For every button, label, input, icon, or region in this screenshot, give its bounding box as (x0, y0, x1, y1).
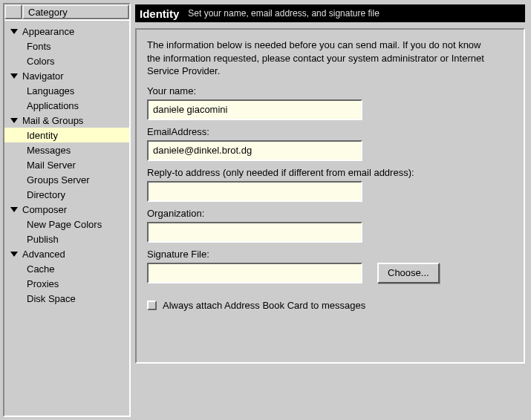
category-header-spacer (4, 4, 22, 19)
signature-file-row: Choose... (147, 263, 513, 283)
svg-marker-3 (10, 207, 18, 212)
attach-card-checkbox[interactable] (147, 301, 157, 310)
tree-group-label: Navigator (19, 70, 64, 82)
expand-triangle-icon (9, 117, 19, 124)
category-tree: Appearance Fonts Colors Navigator Langua… (4, 21, 129, 416)
panel-title-bar: Identity Set your name, email address, a… (135, 4, 525, 22)
choose-button[interactable]: Choose... (377, 263, 440, 283)
tree-item-fonts[interactable]: Fonts (4, 39, 129, 53)
reply-to-input[interactable] (147, 181, 362, 202)
tree-group-label: Advanced (19, 249, 65, 260)
category-sidebar: Category Appearance Fonts Colors Navigat… (3, 3, 131, 417)
tree-item-applications[interactable]: Applications (4, 98, 129, 113)
tree-group-mail-groups[interactable]: Mail & Groups (4, 113, 129, 128)
tree-item-proxies[interactable]: Proxies (4, 276, 129, 291)
email-label: EmailAddress: (147, 126, 513, 137)
signature-file-label: Signature File: (147, 249, 513, 260)
tree-group-appearance[interactable]: Appearance (4, 24, 129, 39)
tree-item-messages[interactable]: Messages (4, 142, 129, 157)
tree-item-publish[interactable]: Publish (4, 232, 129, 246)
signature-file-input[interactable] (147, 263, 362, 283)
tree-group-label: Composer (19, 204, 67, 215)
tree-group-navigator[interactable]: Navigator (4, 68, 129, 83)
email-input[interactable] (147, 140, 362, 161)
organization-input[interactable] (147, 222, 362, 243)
category-header-row: Category (4, 4, 129, 21)
your-name-input[interactable] (147, 99, 362, 120)
expand-triangle-icon (9, 27, 19, 35)
tree-item-mail-server[interactable]: Mail Server (4, 157, 129, 172)
panel-title: Identity (140, 7, 179, 20)
tree-group-label: Appearance (19, 26, 74, 37)
tree-item-identity[interactable]: Identity (4, 128, 129, 142)
category-header: Category (22, 4, 129, 19)
organization-label: Organization: (147, 208, 513, 219)
identity-form-panel: The information below is needed before y… (135, 28, 525, 364)
tree-group-composer[interactable]: Composer (4, 202, 129, 217)
tree-group-advanced[interactable]: Advanced (4, 246, 129, 261)
intro-text: The information below is needed before y… (147, 39, 496, 78)
attach-card-row: Always attach Address Book Card to messa… (147, 300, 513, 311)
preferences-window: Category Appearance Fonts Colors Navigat… (0, 0, 531, 420)
tree-item-languages[interactable]: Languages (4, 83, 129, 98)
tree-item-cache[interactable]: Cache (4, 261, 129, 276)
attach-card-label: Always attach Address Book Card to messa… (163, 300, 365, 311)
svg-marker-1 (10, 73, 18, 79)
tree-item-colors[interactable]: Colors (4, 53, 129, 68)
expand-triangle-icon (9, 206, 19, 213)
tree-item-groups-server[interactable]: Groups Server (4, 172, 129, 187)
tree-item-disk-space[interactable]: Disk Space (4, 291, 129, 306)
reply-to-label: Reply-to address (only needed if differe… (147, 167, 513, 178)
expand-triangle-icon (9, 250, 19, 257)
svg-marker-2 (10, 118, 18, 123)
panel-subtitle: Set your name, email address, and signat… (188, 8, 379, 19)
tree-group-label: Mail & Groups (19, 115, 83, 126)
main-panel: Identity Set your name, email address, a… (132, 0, 531, 420)
svg-marker-0 (10, 29, 18, 34)
category-header-label: Category (28, 7, 68, 18)
svg-marker-4 (10, 252, 18, 257)
tree-item-directory[interactable]: Directory (4, 187, 129, 202)
expand-triangle-icon (9, 72, 19, 79)
tree-item-new-page-colors[interactable]: New Page Colors (4, 217, 129, 232)
your-name-label: Your name: (147, 85, 513, 96)
